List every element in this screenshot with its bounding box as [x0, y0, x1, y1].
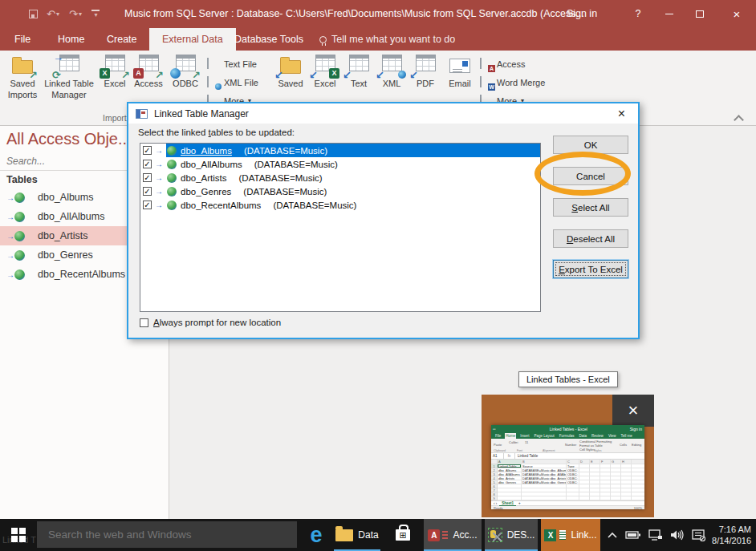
saved-exports-button[interactable]: ↙ Saved [274, 55, 307, 90]
checkbox-unchecked[interactable] [140, 318, 148, 327]
table-row[interactable]: ✓ → dbo_RecentAlbums(DATABASE=Music) [140, 198, 540, 212]
edge-icon: e [310, 525, 322, 546]
sheet-page-icon [559, 530, 566, 540]
save-button[interactable] [29, 0, 38, 28]
start-button[interactable] [0, 519, 37, 551]
import-excel-button[interactable]: X↗ Excel [100, 55, 130, 90]
table-row[interactable]: ✓ → dbo_AllAlbums(DATABASE=Music) [140, 157, 540, 171]
undo-button[interactable]: ↶▾ [47, 0, 59, 28]
excel-row: 9 [491, 496, 644, 500]
taskbar-clock[interactable]: 7:16 AM 8/14/2016 [706, 519, 751, 551]
des-label: DES... [507, 529, 535, 541]
screen: ↶▾ ↷▾ ▾ Music from SQL Server : Database… [0, 0, 756, 551]
battery-tray-icon[interactable] [623, 519, 644, 551]
text-file-import-button[interactable]: Text File [207, 55, 258, 73]
paste-label: Paste [494, 443, 502, 447]
export-accel: E [559, 265, 565, 274]
tell-me-box[interactable]: Tell me what you want to do [319, 28, 455, 51]
tab-database-tools[interactable]: Database Tools [231, 28, 307, 51]
excel-mini-window: ▫▫ Linked Tables - Excel Sign in File Ho… [491, 425, 644, 509]
excel-taskbar-button[interactable]: X Link... [541, 519, 600, 551]
select-all-button[interactable]: Select All [553, 198, 628, 217]
export-xml-button[interactable]: ↙ XML [377, 55, 406, 90]
help-button[interactable]: ? [631, 0, 645, 28]
restore-button[interactable] [689, 0, 711, 28]
row-num: 9 [491, 496, 498, 500]
checkbox-checked[interactable]: ✓ [143, 160, 152, 168]
sheet-nav-icons: ‹ › [494, 501, 497, 505]
export-pdf-button[interactable]: ↙ PDF [411, 55, 440, 90]
lightbulb-icon [319, 36, 327, 43]
edge-taskbar-button[interactable]: e [300, 519, 332, 551]
checkbox-checked[interactable]: ✓ [143, 187, 152, 196]
des-taskbar-button[interactable]: DES... [485, 519, 538, 551]
volume-tray-icon[interactable] [666, 519, 689, 551]
dialog-close-button[interactable]: × [613, 103, 630, 124]
table-row[interactable]: ✓ → dbo_Artists(DATABASE=Music) [140, 171, 540, 184]
always-prompt-checkbox-row[interactable]: Always prompt for new location [140, 318, 281, 327]
email-button[interactable]: Email [443, 55, 477, 90]
minimize-button[interactable] [658, 0, 681, 28]
excel-tab: Insert [519, 433, 530, 439]
nav-group-tables[interactable]: Tables [6, 174, 38, 185]
linked-tables-listbox[interactable]: ✓ → dbo_Albums(DATABASE=Music) ✓ → dbo_A… [140, 143, 541, 312]
group-font: Font [517, 449, 522, 452]
redo-button[interactable]: ↷▾ [69, 0, 82, 28]
import-arrow-icon: ↗ [29, 70, 38, 80]
table-row[interactable]: ✓ → dbo_Genres(DATABASE=Music) [140, 184, 540, 198]
tab-external-data[interactable]: External Data [149, 28, 236, 51]
sign-in-button[interactable]: Sign in [562, 0, 602, 28]
checkbox-checked[interactable]: ✓ [143, 201, 152, 209]
table-row[interactable]: ✓ → dbo_Albums(DATABASE=Music) [140, 144, 540, 157]
chevron-down-icon: ▾ [79, 10, 82, 18]
globe-icon [167, 146, 177, 156]
nav-pane-heading[interactable]: All Access Obje... [6, 130, 132, 148]
globe-icon [167, 201, 177, 210]
export-arrow-icon: ↙ [309, 70, 318, 80]
always-label: lways prompt for new location [160, 318, 281, 327]
shortcut-arrow-icon: → [155, 173, 163, 182]
export-access-button[interactable]: AAccess [480, 55, 545, 73]
tab-create[interactable]: Create [104, 28, 140, 51]
shortcut-arrow-icon: → [6, 251, 14, 260]
table-name: dbo_AllAlbums [181, 160, 242, 169]
undo-icon: ↶ [47, 8, 55, 20]
odbc-database-button[interactable]: ↗ ODBC [167, 55, 204, 90]
collapse-ribbon-icon[interactable] [734, 115, 744, 125]
linked-table-manager-button[interactable]: →⟳ Linked Table Manager [42, 55, 96, 100]
preview-close-button[interactable]: × [612, 395, 654, 427]
tray-expand-button[interactable] [604, 519, 621, 551]
access-badge-icon: A [133, 68, 144, 79]
store-taskbar-button[interactable]: ⊞ [385, 519, 421, 551]
refresh-icon: ⟳ [52, 70, 61, 80]
tab-home[interactable]: Home [55, 28, 87, 51]
checkbox-checked[interactable]: ✓ [143, 173, 152, 182]
tab-file[interactable]: File [11, 28, 34, 51]
export-excel-button[interactable]: X↙ Excel [310, 55, 340, 90]
network-tray-icon[interactable] [645, 519, 666, 551]
table-name: dbo_RecentAlbums [181, 201, 261, 210]
checkbox-checked[interactable]: ✓ [143, 146, 152, 155]
saved-imports-button[interactable]: ↗ Saved Imports [5, 55, 40, 100]
table-icon [382, 55, 402, 71]
deselect-all-button[interactable]: Deselect All [553, 229, 628, 248]
explorer-taskbar-button[interactable]: Data [334, 519, 380, 551]
globe-icon [167, 173, 177, 183]
excel-preview-thumbnail[interactable]: × ▫▫ Linked Tables - Excel Sign in File … [482, 395, 654, 517]
export-text-button[interactable]: ↙ Text [343, 55, 374, 90]
import-access-button[interactable]: A↗ Access [132, 55, 165, 90]
close-button[interactable]: × [724, 0, 750, 28]
shortcut-arrow-icon: → [155, 187, 163, 196]
export-to-excel-button[interactable]: Export To Excel [553, 260, 628, 278]
table-icon [480, 58, 482, 69]
excel-tab: Review [591, 433, 604, 439]
taskbar-search-box[interactable] [37, 521, 297, 548]
xml-file-import-button[interactable]: XML File [207, 73, 258, 91]
cell [621, 496, 632, 500]
table-detail: (DATABASE=Music) [244, 146, 327, 156]
page-icon [207, 76, 209, 87]
customize-qat-button[interactable]: ▾ [91, 0, 100, 28]
access-taskbar-button[interactable]: A Acc... [424, 519, 482, 551]
taskbar-search-input[interactable] [37, 521, 297, 548]
word-merge-button[interactable]: WWord Merge [480, 73, 545, 91]
